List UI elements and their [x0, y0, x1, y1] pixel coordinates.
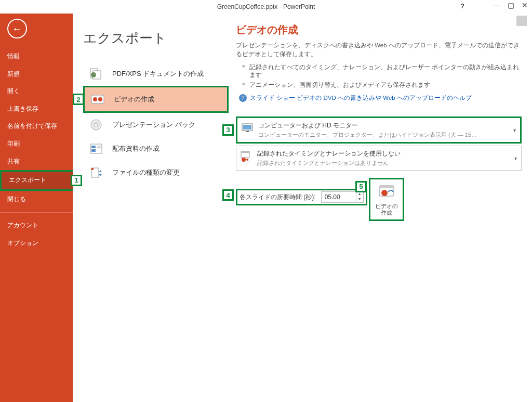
step-badge-4: 4	[222, 189, 234, 201]
nav-close[interactable]: 閉じる	[0, 191, 73, 209]
export-filetype[interactable]: ファイルの種類の変更	[83, 161, 229, 185]
svg-rect-15	[243, 125, 251, 129]
backstage-sidebar: ← 情報 新規 開く 上書き保存 名前を付けて保存 印刷 共有 エクスポート 1…	[0, 14, 73, 402]
window-buttons: — ▢ ✕	[493, 1, 528, 9]
nav-print[interactable]: 印刷	[0, 135, 73, 153]
svg-rect-9	[91, 146, 96, 148]
timing-dropdown[interactable]: 記録されたタイミングとナレーションを使用しない 記録されたタイミングとナレーショ…	[236, 146, 522, 171]
nav-share[interactable]: 共有	[0, 153, 73, 171]
detail-panel: ビデオの作成 プレゼンテーションを、ディスクへの書き込みや Web へのアップロ…	[229, 14, 532, 402]
quality-dropdown[interactable]: コンピューターおよび HD モニター コンピューターのモニター、プロジェクター、…	[236, 116, 522, 144]
cd-icon	[88, 118, 104, 132]
detail-bullets: 記録されたすべてのタイミング、ナレーション、およびレーザー ポインターの動きが組…	[242, 62, 522, 90]
seconds-value[interactable]: 05.00	[322, 193, 356, 201]
seconds-spinner[interactable]: 05.00 ▲ ▼	[321, 191, 364, 203]
timing-sub: 記録されたタイミングとナレーションはありません	[257, 159, 508, 167]
help-row: ? スライド ショー ビデオの DVD への書き込みや Web へのアップロード…	[239, 94, 522, 102]
filetype-icon	[88, 166, 104, 179]
svg-point-7	[95, 123, 98, 126]
svg-rect-21	[379, 186, 394, 188]
page-title: エクスポート	[83, 29, 229, 47]
nav-export[interactable]: エクスポート	[0, 170, 73, 191]
quality-sub: コンピューターのモニター、プロジェクター、またはハイビジョン表示用 (大 ― 1…	[258, 131, 507, 139]
seconds-label: 各スライドの所要時間 (秒):	[240, 193, 316, 202]
nav-save[interactable]: 上書き保存	[0, 100, 73, 118]
pdf-icon	[88, 67, 104, 81]
svg-point-19	[242, 158, 246, 162]
step-badge-3: 3	[222, 124, 234, 136]
svg-rect-10	[97, 146, 101, 147]
step-badge-1: 1	[71, 175, 82, 186]
titlebar: GreenCupCoffee.pptx - PowerPoint ? — ▢ ✕	[0, 0, 532, 14]
video-icon	[90, 93, 105, 106]
create-video-button[interactable]: ビデオの作成	[369, 178, 404, 221]
export-handout[interactable]: 配布資料の作成	[83, 137, 229, 161]
back-arrow-icon: ←	[12, 23, 22, 35]
svg-point-4	[93, 97, 97, 101]
close-button[interactable]: ✕	[522, 1, 528, 9]
svg-point-2	[91, 72, 96, 77]
export-package[interactable]: プレゼンテーション パック	[83, 113, 229, 137]
export-package-label: プレゼンテーション パック	[112, 120, 195, 129]
svg-rect-12	[91, 149, 96, 152]
export-video[interactable]: ビデオの作成	[83, 86, 229, 113]
detail-title: ビデオの作成	[236, 23, 522, 37]
chevron-down-icon: ▾	[514, 155, 517, 161]
export-options-column: エクスポート PDF/XPS ドキュメントの作成 2 ビデオの作成 プレゼンテー…	[73, 14, 229, 402]
help-link[interactable]: スライド ショー ビデオの DVD への書き込みや Web へのアップロードのヘ…	[250, 94, 472, 102]
help-question-icon: ?	[239, 94, 247, 102]
bullet-1: 記録されたすべてのタイミング、ナレーション、およびレーザー ポインターの動きが組…	[242, 62, 522, 80]
export-video-label: ビデオの作成	[114, 95, 154, 104]
nav-info[interactable]: 情報	[0, 48, 73, 66]
svg-rect-8	[90, 144, 102, 153]
bullet-2: アニメーション、画面切り替え、およびメディアも保存されます	[242, 80, 522, 90]
create-video-icon	[378, 184, 395, 201]
timing-main: 記録されたタイミングとナレーションを使用しない	[257, 149, 508, 158]
detail-desc: プレゼンテーションを、ディスクへの書き込みや Web へのアップロード、電子メー…	[236, 41, 522, 59]
svg-point-22	[381, 190, 388, 196]
window-title: GreenCupCoffee.pptx - PowerPoint	[217, 3, 315, 10]
spin-down-icon[interactable]: ▼	[356, 197, 363, 202]
back-button[interactable]: ←	[7, 19, 27, 38]
nav-new[interactable]: 新規	[0, 66, 73, 83]
svg-rect-18	[241, 151, 249, 153]
chevron-down-icon: ▾	[513, 127, 516, 133]
export-handout-label: 配布資料の作成	[112, 144, 159, 153]
step-badge-5: 5	[355, 181, 367, 192]
help-icon[interactable]: ?	[460, 2, 464, 10]
export-filetype-label: ファイルの種類の変更	[112, 168, 180, 177]
nav-options[interactable]: オプション	[0, 235, 73, 252]
export-pdfxps-label: PDF/XPS ドキュメントの作成	[112, 69, 204, 79]
svg-rect-16	[246, 131, 249, 132]
narration-icon	[240, 149, 253, 163]
minimize-button[interactable]: —	[493, 1, 500, 9]
handout-icon	[88, 142, 104, 155]
monitor-icon	[241, 121, 254, 135]
step-badge-2: 2	[73, 94, 84, 105]
create-video-label: ビデオの作成	[373, 203, 401, 216]
restore-button[interactable]: ▢	[508, 1, 514, 9]
nav-saveas[interactable]: 名前を付けて保存	[0, 118, 73, 135]
spin-up-icon[interactable]: ▲	[356, 192, 363, 197]
nav-account[interactable]: アカウント	[0, 217, 73, 235]
svg-point-5	[98, 97, 102, 101]
svg-rect-11	[97, 147, 101, 148]
export-pdfxps[interactable]: PDF/XPS ドキュメントの作成	[83, 62, 229, 86]
nav-open[interactable]: 開く	[0, 83, 73, 100]
quality-main: コンピューターおよび HD モニター	[258, 121, 507, 130]
